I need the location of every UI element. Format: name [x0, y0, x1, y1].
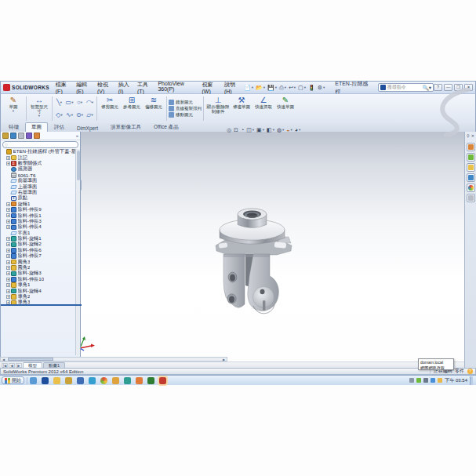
dimxpert-manager-tab-icon[interactable]: [26, 133, 32, 139]
tray-update-icon[interactable]: [416, 378, 421, 383]
file-explorer-tab-icon[interactable]: [467, 163, 475, 172]
tab-motion-study[interactable]: 動畫1: [43, 362, 65, 368]
search-icon[interactable]: 🔍▾: [423, 85, 431, 91]
mirror-entities-button[interactable]: 鏡射圖元: [169, 100, 202, 105]
tray-hidden-icons[interactable]: [409, 378, 414, 383]
tab-scroll-first-icon[interactable]: |◀: [2, 363, 8, 368]
taskbar-icon-user[interactable]: [136, 377, 143, 384]
menu-photoview[interactable]: PhotoView 360(P): [158, 81, 197, 94]
quick-tips-icon[interactable]: ?: [467, 369, 473, 374]
tree-item-material[interactable]: 6061-T6: [1, 173, 75, 178]
part-model[interactable]: [200, 188, 318, 322]
view-orientation-icon[interactable]: ▣▾: [256, 127, 264, 133]
taskbar-icon-solidworks[interactable]: [159, 377, 166, 384]
custom-properties-tab-icon[interactable]: [467, 194, 475, 202]
close-task-pane-icon[interactable]: ✕: [471, 133, 474, 138]
menu-window[interactable]: 視窗(W): [202, 81, 219, 94]
taskbar-icon-excel[interactable]: [147, 377, 154, 384]
expand-icon[interactable]: +: [6, 260, 10, 264]
display-delete-relations-button[interactable]: ⊥ 顯示/刪除限制條件: [205, 95, 231, 122]
taskbar-icon-explorer[interactable]: [42, 377, 49, 384]
expand-icon[interactable]: +: [6, 202, 10, 206]
taskbar-icon-windows[interactable]: [89, 377, 96, 384]
display-manager-tab-icon[interactable]: [34, 133, 40, 139]
taskbar-icon-media-player[interactable]: [77, 377, 84, 384]
hide-show-items-icon[interactable]: ◍▾: [277, 127, 284, 133]
tree-item-cut-extrude10[interactable]: +除料-伸長10: [1, 277, 75, 282]
scroll-right-icon[interactable]: ▶: [221, 358, 227, 362]
tree-item-fillet3[interactable]: +圓角3: [1, 259, 75, 264]
configuration-manager-tab-icon[interactable]: [18, 133, 24, 139]
expand-icon[interactable]: +: [6, 156, 10, 160]
help-button[interactable]: ?: [434, 84, 442, 91]
property-manager-tab-icon[interactable]: [10, 133, 16, 139]
tree-item-equations[interactable]: +Σ數學關係式: [1, 161, 75, 166]
move-entities-button[interactable]: 移動圖元: [169, 112, 202, 118]
taskbar-icon-folder[interactable]: [53, 377, 60, 384]
expand-icon[interactable]: +: [6, 266, 10, 270]
select-button[interactable]: ▢▾: [298, 85, 306, 91]
expand-icon[interactable]: +: [6, 213, 10, 217]
taskbar-icon-mail[interactable]: [112, 377, 119, 384]
smart-dimension-button[interactable]: ↔ 智慧型尺寸 ▾: [28, 95, 50, 122]
expand-icon[interactable]: +: [6, 220, 10, 223]
expand-icon[interactable]: +: [6, 278, 10, 282]
rapid-sketch-button[interactable]: ✎ 快速草圖: [274, 95, 296, 122]
tab-dimxpert[interactable]: DimXpert: [71, 124, 104, 132]
open-document-button[interactable]: 📂▾: [256, 85, 265, 91]
resources-tab-icon[interactable]: [467, 143, 475, 151]
appearances-tab-icon[interactable]: [467, 183, 475, 192]
ellipse-tool-icon[interactable]: ⊙▾: [76, 111, 83, 118]
taskbar-icon-messenger[interactable]: [124, 377, 131, 384]
restore-button[interactable]: ❐: [454, 84, 463, 91]
trim-entities-button[interactable]: ✂ 修剪圖元: [99, 95, 121, 122]
expand-icon[interactable]: +: [6, 237, 10, 241]
start-button[interactable]: 開始: [2, 376, 24, 384]
linear-sketch-pattern-button[interactable]: 直線複製排列: [169, 106, 202, 111]
section-view-icon[interactable]: ◫▾: [246, 127, 254, 133]
expand-icon[interactable]: +: [6, 249, 10, 253]
tree-item-root[interactable]: ETEN-拉鏈感桿 (外管下蓋-塑封1<-外: [1, 149, 75, 154]
save-button[interactable]: 💾▾: [267, 85, 277, 91]
expand-icon[interactable]: +: [6, 225, 10, 229]
tree-item-origin[interactable]: +原點: [1, 195, 75, 201]
tab-scroll-left-icon[interactable]: ◀: [9, 363, 15, 368]
edit-appearance-icon[interactable]: ◒▾: [286, 127, 293, 133]
sketch-fillet-tool-icon[interactable]: ▱▾: [86, 111, 93, 118]
panel-flyout-chevron-icon[interactable]: »: [76, 133, 78, 138]
close-button[interactable]: ✕: [464, 84, 473, 91]
display-style-icon[interactable]: ◧▾: [267, 127, 274, 133]
menu-tools[interactable]: 工具(T): [137, 81, 153, 94]
tree-scrollbar-thumb[interactable]: [77, 151, 80, 180]
tab-evaluate[interactable]: 評估: [48, 122, 71, 132]
circle-tool-icon[interactable]: ○▾: [77, 99, 82, 106]
polygon-tool-icon[interactable]: ◇▾: [56, 111, 62, 118]
feature-manager-tab-icon[interactable]: [2, 133, 9, 139]
expand-icon[interactable]: +: [6, 295, 10, 299]
tree-item-right-plane[interactable]: 右基準面: [1, 190, 75, 195]
undo-button[interactable]: ↩▾: [289, 85, 296, 91]
tab-render-tools[interactable]: 演算影像工具: [104, 122, 147, 132]
tree-item-chamfer2[interactable]: +導角2: [1, 294, 75, 300]
rebuild-button[interactable]: 🚦: [308, 85, 315, 91]
tray-volume-icon[interactable]: [423, 378, 428, 383]
tree-item-cut-revolve4[interactable]: +除料-旋轉4: [1, 288, 75, 293]
rectangle-tool-icon[interactable]: ▭▾: [66, 99, 74, 106]
taskbar-clock[interactable]: 下午 03:54: [445, 377, 467, 384]
zoom-area-icon[interactable]: ⊡: [234, 127, 238, 133]
menu-help[interactable]: 說明(H): [224, 81, 241, 94]
tab-features[interactable]: 特徵: [2, 122, 25, 132]
zoom-to-fit-icon[interactable]: ◎: [227, 127, 231, 133]
new-document-button[interactable]: 📄▾: [244, 85, 253, 91]
minimize-button[interactable]: —: [444, 84, 452, 91]
tree-item-top-plane[interactable]: 上基準面: [1, 183, 75, 189]
tab-model[interactable]: 模型: [23, 362, 42, 368]
scrollbar-thumb[interactable]: [8, 358, 53, 361]
pin-icon[interactable]: ⚲: [467, 133, 470, 138]
panel-splitter[interactable]: [1, 304, 82, 306]
menu-view[interactable]: 檢視(V): [97, 81, 114, 94]
expand-icon[interactable]: +: [6, 242, 10, 246]
tree-item-cut-extrude7[interactable]: +除料-伸長7: [1, 253, 75, 259]
repair-sketch-button[interactable]: ⚒ 修復草圖: [231, 95, 253, 122]
tree-filter-input[interactable]: ▽: [2, 141, 78, 148]
